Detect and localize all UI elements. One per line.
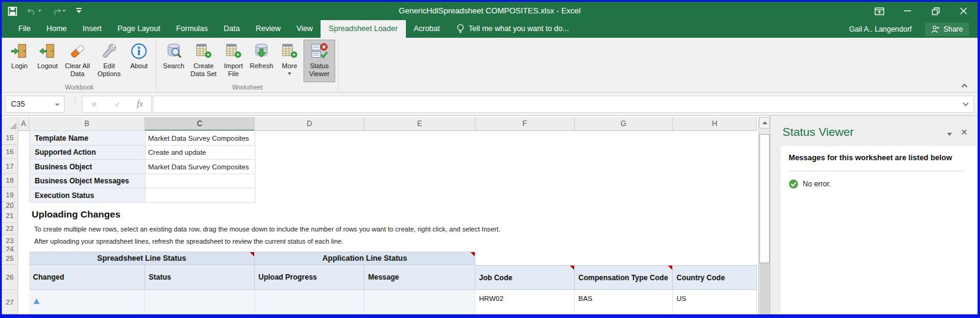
redo-icon[interactable] <box>52 7 66 15</box>
info-value-business-object-messages[interactable] <box>146 174 255 188</box>
row-header-22[interactable]: 22 <box>2 223 18 235</box>
cell-status[interactable] <box>145 290 255 314</box>
logout-button[interactable]: Logout <box>34 40 62 82</box>
user-name[interactable]: Gail A.. Langendorf <box>849 25 912 34</box>
scrollbar-track[interactable] <box>759 263 770 314</box>
tab-page-layout[interactable]: Page Layout <box>110 20 168 38</box>
column-header-b[interactable]: B <box>29 117 145 131</box>
login-button[interactable]: Login <box>5 40 34 82</box>
header-compensation-type-code[interactable]: Compensation Type Code <box>575 265 673 290</box>
info-value-template-name[interactable]: Market Data Survey Composites <box>146 131 255 146</box>
search-button[interactable]: Search <box>160 40 188 82</box>
column-header-e[interactable]: E <box>364 117 475 131</box>
column-header-f[interactable]: F <box>475 117 575 131</box>
header-job-code[interactable]: Job Code <box>475 265 575 290</box>
undo-icon[interactable] <box>27 7 41 15</box>
about-button[interactable]: About <box>125 40 153 82</box>
close-button[interactable] <box>950 2 978 20</box>
header-message[interactable]: Message <box>364 265 475 290</box>
formula-bar-grip: ⋮ <box>71 97 79 104</box>
tab-formulas[interactable]: Formulas <box>168 20 216 38</box>
refresh-button[interactable]: Refresh <box>247 40 275 82</box>
tab-home[interactable]: Home <box>38 20 74 38</box>
info-label-template-name[interactable]: Template Name <box>30 131 146 146</box>
collapse-ribbon-button[interactable] <box>962 83 968 88</box>
column-header-h[interactable]: H <box>673 117 757 131</box>
header-changed[interactable]: Changed <box>29 265 145 290</box>
info-label-execution-status[interactable]: Execution Status <box>30 188 146 203</box>
row-header-26[interactable]: 26 <box>2 265 18 290</box>
header-upload-progress[interactable]: Upload Progress <box>255 265 364 290</box>
group-header-spreadsheet-line-status[interactable]: Spreadsheet Line Status <box>29 252 255 265</box>
row-header-16[interactable]: 16 <box>2 145 18 159</box>
tab-insert[interactable]: Insert <box>75 20 110 38</box>
share-button[interactable]: Share <box>925 23 969 36</box>
more-button[interactable]: More <box>275 40 304 82</box>
edit-options-button[interactable]: Edit Options <box>93 40 125 82</box>
info-value-business-object[interactable]: Market Data Survey Composites <box>146 160 255 174</box>
formula-input[interactable] <box>154 96 955 112</box>
title-bar: GenericHdlSpreadsheet COMPOSITES.xlsx - … <box>2 2 978 20</box>
column-header-g[interactable]: G <box>575 117 673 131</box>
clear-all-data-button[interactable]: Clear All Data <box>62 40 93 82</box>
row-header-15[interactable]: 15 <box>2 130 18 145</box>
row-header-23[interactable]: 23 <box>2 235 18 247</box>
info-value-execution-status[interactable] <box>146 188 255 203</box>
cell-job-code[interactable]: HRW02 <box>475 290 575 314</box>
name-box[interactable] <box>5 96 65 113</box>
row-header-24[interactable]: 24 <box>2 247 18 252</box>
status-viewer-button[interactable]: Status Viewer <box>304 40 335 82</box>
header-status[interactable]: Status <box>145 265 255 290</box>
tab-review[interactable]: Review <box>247 20 288 38</box>
info-label-supported-action[interactable]: Supported Action <box>30 146 146 160</box>
row-header-25[interactable]: 25 <box>2 252 18 265</box>
info-value-supported-action[interactable]: Create and update <box>146 146 255 160</box>
panel-menu-dropdown-icon[interactable] <box>947 133 952 136</box>
row-header-18[interactable]: 18 <box>2 174 18 188</box>
tab-file[interactable]: File <box>10 20 38 38</box>
cell-message[interactable] <box>364 290 475 314</box>
cancel-entry-icon[interactable]: ✕ <box>91 100 98 109</box>
scroll-up-arrow-icon <box>762 121 767 124</box>
row-header-21[interactable]: 21 <box>2 208 18 223</box>
cell-compensation-type-code[interactable]: BAS <box>575 290 673 314</box>
cell-country-code[interactable]: US <box>673 290 757 314</box>
tell-me-box[interactable]: Tell me what you want to do... <box>456 20 569 38</box>
info-label-business-object[interactable]: Business Object <box>30 160 146 174</box>
customize-qat-icon[interactable] <box>76 8 82 14</box>
group-header-application-line-status[interactable]: Application Line Status <box>255 252 475 265</box>
row-header-20[interactable]: 20 <box>2 202 18 208</box>
tab-view[interactable]: View <box>288 20 321 38</box>
create-data-set-button[interactable]: Create Data Set <box>188 40 219 82</box>
cell-changed[interactable] <box>29 290 145 314</box>
import-file-button[interactable]: Import File <box>219 40 247 82</box>
tab-spreadsheet-loader[interactable]: Spreadsheet Loader <box>321 20 405 38</box>
refresh-label: Refresh <box>250 62 274 70</box>
header-country-code[interactable]: Country Code <box>673 265 757 290</box>
formula-input-box[interactable] <box>153 96 974 113</box>
column-header-c[interactable]: C <box>145 117 255 131</box>
select-all-corner[interactable] <box>2 117 18 131</box>
scrollbar-thumb[interactable] <box>759 134 770 263</box>
name-box-dropdown-icon[interactable] <box>55 104 60 106</box>
tab-acrobat[interactable]: Acrobat <box>406 20 448 38</box>
vertical-scrollbar[interactable] <box>758 117 770 314</box>
ribbon-display-options-button[interactable] <box>865 2 893 20</box>
row-header-17[interactable]: 17 <box>2 159 18 174</box>
name-box-input[interactable] <box>5 96 53 112</box>
info-label-business-object-messages[interactable]: Business Object Messages <box>30 174 146 188</box>
row-header-19[interactable]: 19 <box>2 188 18 202</box>
row-header-27[interactable]: 27 <box>2 290 18 314</box>
insert-function-icon[interactable]: fx <box>137 99 143 109</box>
column-header-a[interactable]: A <box>18 117 29 131</box>
panel-close-icon[interactable]: ✕ <box>960 127 968 137</box>
tab-data[interactable]: Data <box>216 20 247 38</box>
save-icon[interactable] <box>8 7 17 16</box>
confirm-entry-icon[interactable]: ✓ <box>114 100 121 109</box>
minimize-button[interactable] <box>893 2 921 20</box>
expand-formula-bar-icon[interactable] <box>963 101 969 107</box>
column-header-d[interactable]: D <box>255 117 364 131</box>
scroll-up-button[interactable] <box>759 117 770 129</box>
cell-upload-progress[interactable] <box>255 290 364 314</box>
restore-button[interactable] <box>921 2 950 20</box>
